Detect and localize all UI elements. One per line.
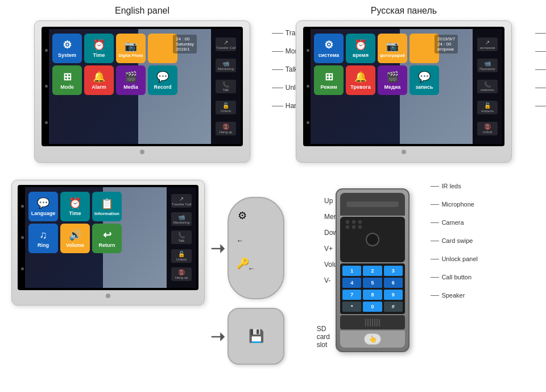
icon-alarm[interactable]: 🔔Alarm <box>84 65 114 95</box>
label-interkom: интерком <box>535 29 546 37</box>
label-prosmotr: Просмотр <box>535 47 546 55</box>
label-card-swipe: Card swipe <box>431 237 478 244</box>
arrow-row-2: ➝ 💾 SD card slot <box>210 308 284 365</box>
left-dots <box>44 29 49 144</box>
transfer-call-btn[interactable]: ↗Transfer Call <box>216 38 236 51</box>
monitor-dot-bot <box>106 294 110 298</box>
left-arrow-menu: ← <box>237 237 243 245</box>
key-hash[interactable]: # <box>384 302 403 312</box>
icon-ring[interactable]: ♫Ring <box>28 224 58 253</box>
icon-mode[interactable]: ⊞Mode <box>52 65 82 95</box>
label-speaker: Speaker <box>431 292 478 299</box>
hangup-ru-btn[interactable]: 📵отбой <box>477 122 498 135</box>
top-row: English panel ⚙System <box>11 6 535 163</box>
ir-dots <box>346 220 363 229</box>
speaker-grille-area <box>340 315 405 329</box>
key-1[interactable]: 1 <box>342 266 361 276</box>
grille-7 <box>379 319 380 327</box>
icon-return[interactable]: ↩Return <box>92 224 122 253</box>
russian-screen: ⚙система ⏰время 📷фотографий ⊞Режим 🔔Трев… <box>303 27 504 146</box>
key-8[interactable]: 8 <box>363 290 382 300</box>
transfer-bot-btn[interactable]: ↗Transfer Call <box>171 194 192 208</box>
gear-icon: ⚙ <box>238 209 247 222</box>
ir-dot-6 <box>358 225 362 229</box>
dot-ru-2 <box>307 85 309 88</box>
bottom-monitor: 💬Language ⏰Time 📋Information ♫Ring 🔊Volu… <box>11 180 205 306</box>
icon-media[interactable]: 🎬Media <box>116 65 146 95</box>
icon-alarm-ru[interactable]: 🔔Тревога <box>346 65 375 95</box>
icon-record-ru[interactable]: 💬запись <box>410 65 439 95</box>
doorbell-device: 1 2 3 4 5 6 7 8 9 * 0 # <box>336 188 410 352</box>
datetime-en: 24 : 00 Saturday 2019/1 <box>173 35 197 53</box>
dot-bot-2 <box>21 236 24 239</box>
icons-grid-en: ⚙System ⏰Time 📷Digital Photo ⊞Mode 🔔Alar… <box>52 34 177 95</box>
icons-grid-ru: ⚙система ⏰время 📷фотографий ⊞Режим 🔔Трев… <box>314 34 439 95</box>
label-call-button: Call button <box>431 274 478 280</box>
icon-photo-ru[interactable]: 📷фотографий <box>378 34 407 63</box>
key-0[interactable]: 0 <box>363 302 382 312</box>
call-button[interactable]: 👆 <box>364 333 381 345</box>
icon-photo[interactable]: 📷Digital Photo <box>116 34 146 63</box>
speaker-grille <box>365 319 380 327</box>
key-star[interactable]: * <box>342 302 361 312</box>
monitor-bottom-en <box>42 146 243 154</box>
right-arrow-2: ➝ <box>210 327 225 346</box>
label-ir-leds: IR leds <box>431 183 478 189</box>
icon-language[interactable]: 💬Language <box>28 192 58 221</box>
dot1 <box>45 49 48 52</box>
icon-system[interactable]: ⚙System <box>52 34 82 63</box>
talk-btn[interactable]: 📞Talk <box>216 80 236 93</box>
icon-system-ru[interactable]: ⚙система <box>314 34 344 63</box>
monitor-bottom-ru <box>303 146 504 154</box>
answer-btn[interactable]: 📞ответить <box>477 80 498 93</box>
icon-time-ru[interactable]: ⏰время <box>346 34 375 63</box>
key-5[interactable]: 5 <box>363 278 382 288</box>
label-otvetit: ответить <box>535 65 546 73</box>
screen-main-bot: 💬Language ⏰Time 📋Information ♫Ring 🔊Volu… <box>25 187 167 288</box>
talk-bot-btn[interactable]: 📞Talk <box>171 230 192 244</box>
english-panel-section: English panel ⚙System <box>34 6 250 163</box>
ir-dot-1 <box>346 220 349 224</box>
hangup-bot-btn[interactable]: 📵Hang up <box>171 267 192 281</box>
key-3[interactable]: 3 <box>384 266 403 276</box>
russian-labels: интерком Просмотр ответить открыть отбой <box>535 29 546 110</box>
monitoring-btn[interactable]: 📹Monitoring <box>216 59 236 72</box>
key-9[interactable]: 9 <box>384 290 403 300</box>
icon-record[interactable]: 💬Record <box>148 65 177 95</box>
screen-content-ru: ⚙система ⏰время 📷фотографий ⊞Режим 🔔Трев… <box>311 29 502 144</box>
label-unlock-panel: Unlock panel <box>431 255 478 262</box>
bottom-row: 💬Language ⏰Time 📋Information ♫Ring 🔊Volu… <box>11 180 535 365</box>
unlock-icon: 🔑 <box>237 257 249 270</box>
dot2 <box>45 85 48 88</box>
key-7[interactable]: 7 <box>342 290 361 300</box>
icon-mode-ru[interactable]: ⊞Режим <box>314 65 344 95</box>
doorbell-labels: IR leds Microphone Camera Card swipe Unl… <box>431 183 478 299</box>
icon-time[interactable]: ⏰Time <box>84 34 114 63</box>
label-otboy: отбой <box>535 102 546 110</box>
icon-volume[interactable]: 🔊Volume <box>60 224 90 253</box>
monitoring-ru-btn[interactable]: 📹Просмотр <box>477 59 498 72</box>
unlock-btn[interactable]: 🔓Unlock <box>216 101 236 114</box>
icon-info[interactable]: 📋Information <box>92 192 122 221</box>
sd-card-panel: 💾 <box>228 308 284 365</box>
left-dots-bot <box>20 187 25 288</box>
key-2[interactable]: 2 <box>363 266 382 276</box>
intercom-btn[interactable]: ↗интерком <box>477 38 498 51</box>
hangup-btn[interactable]: 📵Hang up <box>216 122 236 135</box>
icon-time-bot[interactable]: ⏰Time <box>60 192 90 221</box>
doorbell-hood <box>346 201 398 207</box>
monitoring-bot-btn[interactable]: 📹Monitoring <box>171 212 192 226</box>
unlock-bot-btn[interactable]: 🔓Unlock <box>171 249 192 263</box>
grille-6 <box>377 319 378 327</box>
icon-media-ru[interactable]: 🎬Медиа <box>378 65 407 95</box>
bottom-monitor-wrapper: 💬Language ⏰Time 📋Information ♫Ring 🔊Volu… <box>11 180 205 306</box>
dot-ru-3 <box>307 121 309 124</box>
key-6[interactable]: 6 <box>384 278 403 288</box>
screen-main-en: ⚙System ⏰Time 📷Digital Photo ⊞Mode 🔔Alar… <box>49 29 211 144</box>
monitor-dot <box>140 150 144 154</box>
open-btn[interactable]: 🔓открыть <box>477 101 498 114</box>
side-control-wrapper: ⚙ ← 🔑 ← Up Menu Down V+ Volume V- <box>228 197 284 299</box>
right-arrow-1: ➝ <box>210 238 225 258</box>
dot3 <box>45 121 48 124</box>
key-4[interactable]: 4 <box>342 278 361 288</box>
